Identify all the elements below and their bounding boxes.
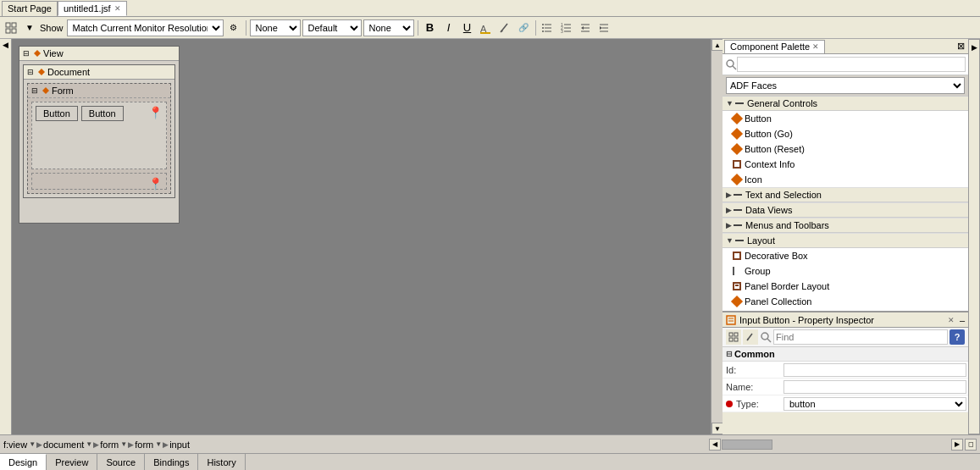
breadcrumb-document-dropdown[interactable]: ▼ bbox=[86, 440, 92, 448]
palette-item-button-go[interactable]: Button (Go) bbox=[723, 126, 968, 141]
pen-button[interactable] bbox=[496, 19, 513, 36]
form-collapse-icon[interactable]: ⊟ bbox=[31, 86, 38, 95]
prop-toolbar-buttons bbox=[726, 329, 758, 345]
breadcrumb-input[interactable]: input bbox=[169, 440, 190, 450]
tab-untitled1[interactable]: untitled1.jsf ✕ bbox=[58, 1, 127, 16]
svg-marker-29 bbox=[38, 69, 45, 75]
document-collapse-icon[interactable]: ⊟ bbox=[27, 68, 34, 76]
palette-content: ▼ General Controls Button Button (Go) bbox=[723, 97, 968, 311]
palette-item-panel-form-layout[interactable]: Panel Form Layout bbox=[723, 309, 968, 311]
close-icon[interactable]: ✕ bbox=[114, 4, 121, 13]
prop-edit-icon[interactable] bbox=[743, 329, 758, 345]
svg-point-12 bbox=[542, 27, 544, 29]
prop-help-button[interactable]: ? bbox=[950, 329, 965, 345]
default-select[interactable]: Default bbox=[302, 19, 362, 36]
vscroll-up-btn[interactable]: ▲ bbox=[711, 39, 723, 51]
breadcrumb-document[interactable]: document ▼ bbox=[43, 440, 92, 450]
hscroll-right-btn[interactable]: ▶ bbox=[951, 439, 963, 451]
bottom-tab-bindings[interactable]: Bindings bbox=[145, 454, 198, 470]
breadcrumb-form1-label: form bbox=[100, 440, 119, 450]
scroll-corner[interactable]: ◻ bbox=[965, 439, 977, 451]
palette-tab[interactable]: Component Palette ✕ bbox=[724, 40, 825, 53]
none-select-1[interactable]: None bbox=[250, 19, 301, 36]
palette-window-icon[interactable]: ⊠ bbox=[954, 41, 968, 52]
breadcrumb-fview-dropdown[interactable]: ▼ bbox=[29, 440, 36, 448]
form-button-2[interactable]: Button bbox=[81, 106, 124, 121]
breadcrumb-form1-dropdown[interactable]: ▼ bbox=[120, 440, 127, 448]
right-collapse-panel[interactable]: ▶ bbox=[968, 39, 980, 434]
prop-inspector-close-icon[interactable]: ✕ bbox=[948, 316, 955, 324]
breadcrumb-fview[interactable]: f:view ▼ bbox=[3, 440, 36, 450]
prop-name-value bbox=[782, 380, 968, 394]
data-views-label: Data Views bbox=[745, 205, 792, 215]
prop-row-type: Type: button submit reset bbox=[723, 395, 968, 412]
indent-button[interactable] bbox=[595, 19, 612, 36]
button-item-label: Button bbox=[745, 113, 772, 124]
layout-line-icon bbox=[735, 240, 744, 241]
text-group-line-icon bbox=[734, 194, 742, 196]
italic-button[interactable]: I bbox=[440, 19, 457, 36]
hscroll-left-btn[interactable]: ◀ bbox=[709, 439, 721, 451]
breadcrumb-form2[interactable]: form ▼ bbox=[135, 440, 162, 450]
underline-button[interactable]: U bbox=[459, 19, 476, 36]
prop-type-label: Type: bbox=[723, 399, 782, 409]
svg-rect-39 bbox=[734, 338, 738, 341]
outdent-button[interactable] bbox=[577, 19, 594, 36]
palette-item-group[interactable]: Group bbox=[723, 263, 968, 279]
panel-collection-label: Panel Collection bbox=[745, 296, 812, 307]
link-button[interactable]: 🔗 bbox=[515, 19, 532, 36]
palette-group-menus-header[interactable]: ▶ Menus and Toolbars bbox=[723, 218, 968, 233]
toolbar-arrow-icon[interactable]: ▼ bbox=[21, 19, 38, 36]
prop-id-input[interactable] bbox=[783, 363, 966, 377]
hscroll-thumb[interactable] bbox=[722, 440, 772, 450]
palette-item-context-info[interactable]: Context Info bbox=[723, 157, 968, 172]
prop-name-input[interactable] bbox=[783, 380, 966, 394]
prop-id-label: Id: bbox=[723, 365, 782, 375]
palette-close-icon[interactable]: ✕ bbox=[812, 42, 819, 51]
palette-group-layout-header[interactable]: ▼ Layout bbox=[723, 234, 968, 248]
form-button-1[interactable]: Button bbox=[36, 106, 78, 121]
palette-item-panel-border-layout[interactable]: Panel Border Layout bbox=[723, 279, 968, 294]
svg-rect-5 bbox=[480, 32, 490, 34]
palette-group-general-controls-header[interactable]: ▼ General Controls bbox=[723, 97, 968, 111]
toolbar-settings-icon[interactable]: ⚙ bbox=[225, 19, 242, 36]
palette-item-icon[interactable]: Icon bbox=[723, 172, 968, 187]
vscroll-down-btn[interactable]: ▼ bbox=[711, 423, 723, 434]
palette-search-input[interactable] bbox=[737, 57, 966, 72]
drop-pin-icon-2[interactable]: 📍 bbox=[148, 177, 163, 191]
palette-item-button-reset[interactable]: Button (Reset) bbox=[723, 141, 968, 157]
palette-item-button[interactable]: Button bbox=[723, 111, 968, 126]
list-button[interactable] bbox=[540, 19, 556, 36]
prop-section-common-header[interactable]: ⊟ Common bbox=[723, 347, 968, 362]
palette-group-text-header[interactable]: ▶ Text and Selection bbox=[723, 188, 968, 202]
palette-category-select[interactable]: ADF Faces bbox=[726, 77, 965, 94]
breadcrumb-form1[interactable]: form ▼ bbox=[100, 440, 127, 450]
none-select-2[interactable]: None bbox=[363, 19, 414, 36]
palette-item-panel-collection[interactable]: Panel Collection bbox=[723, 294, 968, 309]
drop-pin-icon-1[interactable]: 📍 bbox=[148, 106, 163, 119]
prop-search-input[interactable] bbox=[773, 329, 948, 345]
prop-grid-icon[interactable] bbox=[726, 329, 741, 345]
design-vscroll[interactable]: ▲ ▼ bbox=[711, 39, 723, 434]
palette-group-data-views-header[interactable]: ▶ Data Views bbox=[723, 203, 968, 218]
resolution-select[interactable]: Match Current Monitor Resolution bbox=[67, 19, 224, 36]
highlight-button[interactable]: A bbox=[478, 19, 495, 36]
prop-inspector-collapse-icon[interactable]: – bbox=[960, 315, 965, 325]
common-section-label: Common bbox=[734, 349, 775, 359]
breadcrumb-form2-dropdown[interactable]: ▼ bbox=[155, 440, 162, 448]
ordered-list-button[interactable]: 123 bbox=[558, 19, 575, 36]
palette-item-decorative-box[interactable]: Decorative Box bbox=[723, 248, 968, 263]
view-container: ⊟ View ⊟ Document ⊟ Form bbox=[19, 46, 180, 224]
bottom-tab-history[interactable]: History bbox=[198, 454, 245, 470]
prop-section-common: ⊟ Common Id: Name: bbox=[723, 347, 968, 412]
view-collapse-icon[interactable]: ⊟ bbox=[23, 49, 30, 58]
bottom-tab-preview[interactable]: Preview bbox=[47, 454, 97, 470]
bottom-tab-source[interactable]: Source bbox=[97, 454, 145, 470]
bottom-tab-design[interactable]: Design bbox=[0, 454, 47, 470]
bold-button[interactable]: B bbox=[422, 19, 439, 36]
group-expand-icon: ▼ bbox=[726, 99, 734, 108]
toolbar-grid-icon[interactable] bbox=[3, 19, 19, 36]
left-collapse-panel[interactable]: ◀ bbox=[0, 39, 12, 434]
tab-start-page[interactable]: Start Page bbox=[2, 1, 58, 16]
prop-type-select[interactable]: button submit reset bbox=[783, 397, 966, 411]
